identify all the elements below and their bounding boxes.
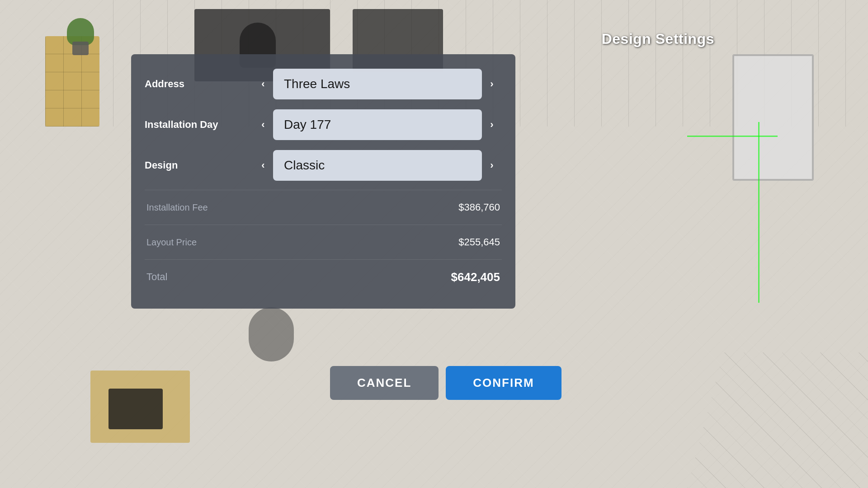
divider-1 — [145, 190, 502, 190]
divider-3 — [145, 259, 502, 260]
installation-day-label: Installation Day — [145, 119, 253, 131]
chair-bottom — [249, 307, 294, 361]
installation-day-row: Installation Day ‹ Day 177 › — [145, 108, 502, 141]
button-row: CANCEL CONFIRM — [330, 366, 561, 400]
installation-day-next-button[interactable]: › — [482, 115, 502, 135]
installation-day-prev-button[interactable]: ‹ — [253, 115, 273, 135]
total-label: Total — [146, 271, 428, 283]
layout-price-value: $255,645 — [428, 236, 500, 248]
layout-price-label: Layout Price — [146, 237, 428, 248]
installation-fee-row: Installation Fee $386,760 — [145, 194, 502, 221]
address-prev-button[interactable]: ‹ — [253, 74, 273, 94]
design-value: Classic — [273, 150, 482, 181]
divider-2 — [145, 225, 502, 225]
plant-pot — [72, 42, 89, 55]
monitor-right — [732, 54, 814, 181]
total-value: $642,405 — [428, 270, 500, 284]
address-row: Address ‹ Three Laws › — [145, 68, 502, 100]
design-line-horizontal — [687, 136, 778, 137]
design-label: Design — [145, 160, 253, 171]
installation-day-value: Day 177 — [273, 109, 482, 140]
laptop — [108, 389, 163, 429]
total-row: Total $642,405 — [145, 263, 502, 291]
design-prev-button[interactable]: ‹ — [253, 155, 273, 175]
page-title: Design Settings — [602, 31, 714, 47]
plant — [67, 18, 94, 45]
design-row: Design ‹ Classic › — [145, 149, 502, 182]
design-next-button[interactable]: › — [482, 155, 502, 175]
address-next-button[interactable]: › — [482, 74, 502, 94]
address-label: Address — [145, 78, 253, 90]
address-value: Three Laws — [273, 69, 482, 99]
cancel-button[interactable]: CANCEL — [330, 366, 439, 400]
confirm-button[interactable]: CONFIRM — [446, 366, 561, 400]
installation-fee-label: Installation Fee — [146, 202, 428, 213]
installation-fee-value: $386,760 — [428, 202, 500, 213]
dialog-panel: Address ‹ Three Laws › Installation Day … — [131, 54, 515, 309]
layout-price-row: Layout Price $255,645 — [145, 229, 502, 256]
design-line-vertical — [758, 122, 760, 303]
